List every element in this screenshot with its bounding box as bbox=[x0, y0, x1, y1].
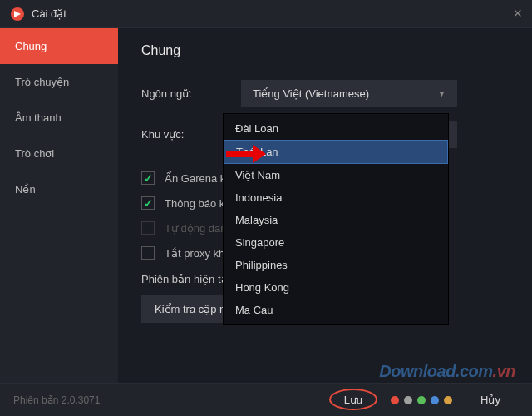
save-button[interactable]: Lưu bbox=[326, 389, 381, 411]
footer-version: Phiên bản 2.0.3071 bbox=[13, 394, 326, 406]
checkbox-icon bbox=[141, 221, 155, 235]
language-dropdown[interactable]: Tiếng Việt (Vietnamese) ▼ bbox=[241, 80, 457, 107]
region-option[interactable]: Philippines bbox=[224, 254, 448, 276]
region-option[interactable]: Indonesia bbox=[224, 186, 448, 209]
page-title: Chung bbox=[141, 43, 509, 58]
sidebar-item-general[interactable]: Chung bbox=[0, 28, 118, 64]
theme-dot-gray[interactable] bbox=[404, 396, 412, 404]
annotation-arrow-icon bbox=[226, 145, 266, 163]
region-option[interactable]: Malaysia bbox=[224, 209, 448, 231]
checkbox-icon[interactable] bbox=[141, 171, 155, 185]
language-label: Ngôn ngữ: bbox=[141, 87, 241, 100]
region-option[interactable]: Singapore bbox=[224, 231, 448, 254]
theme-color-picker bbox=[391, 396, 452, 404]
close-icon[interactable]: × bbox=[513, 5, 522, 22]
settings-sidebar: Chung Trò chuyện Âm thanh Trò chơi Nền bbox=[0, 28, 118, 383]
sidebar-item-background[interactable]: Nền bbox=[0, 171, 118, 207]
cancel-button[interactable]: Hủy bbox=[462, 389, 519, 411]
chevron-down-icon: ▼ bbox=[438, 90, 446, 98]
theme-dot-red[interactable] bbox=[391, 396, 399, 404]
region-option[interactable]: Việt Nam bbox=[224, 164, 448, 186]
checkbox-icon[interactable] bbox=[141, 196, 155, 210]
sidebar-item-audio[interactable]: Âm thanh bbox=[0, 100, 118, 136]
sidebar-item-games[interactable]: Trò chơi bbox=[0, 136, 118, 171]
window-title: Cài đặt bbox=[32, 7, 513, 20]
theme-dot-orange[interactable] bbox=[444, 396, 452, 404]
garena-logo-icon bbox=[10, 7, 25, 22]
theme-dot-green[interactable] bbox=[417, 396, 426, 404]
region-option[interactable]: Hong Kong bbox=[224, 276, 448, 299]
theme-dot-blue[interactable] bbox=[431, 396, 439, 404]
region-option[interactable]: Đài Loan bbox=[224, 117, 448, 140]
language-value: Tiếng Việt (Vietnamese) bbox=[253, 87, 369, 100]
region-option[interactable]: Ma Cau bbox=[224, 299, 448, 321]
checkbox-icon[interactable] bbox=[141, 246, 155, 260]
sidebar-item-chat[interactable]: Trò chuyện bbox=[0, 64, 118, 100]
